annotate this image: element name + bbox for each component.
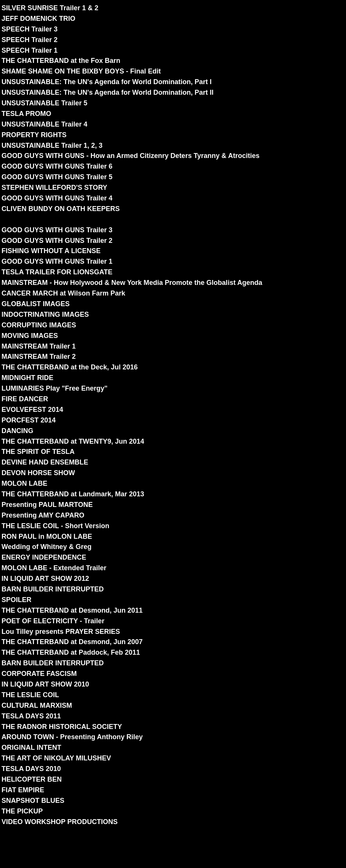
list-item[interactable]: THE CHATTERBAND at Landmark, Mar 2013 xyxy=(2,489,346,500)
list-item[interactable]: CANCER MARCH at Wilson Farm Park xyxy=(2,288,346,299)
list-spacer[interactable] xyxy=(2,214,346,225)
list-item[interactable]: THE CHATTERBAND at Desmond, Jun 2007 xyxy=(2,637,346,647)
list-item[interactable]: BARN BUILDER INTERRUPTED xyxy=(2,584,346,595)
list-item[interactable]: UNSUSTAINABLE Trailer 5 xyxy=(2,98,346,109)
list-item[interactable]: GOOD GUYS WITH GUNS Trailer 5 xyxy=(2,172,346,183)
list-item[interactable]: BARN BUILDER INTERRUPTED xyxy=(2,658,346,669)
list-item[interactable]: THE CHATTERBAND at TWENTY9, Jun 2014 xyxy=(2,436,346,447)
list-item[interactable]: THE PICKUP xyxy=(2,806,346,817)
list-item[interactable]: POET OF ELECTRICITY - Trailer xyxy=(2,616,346,627)
list-item[interactable]: Presenting PAUL MARTONE xyxy=(2,500,346,510)
list-item[interactable]: AROUND TOWN - Presenting Anthony Riley xyxy=(2,732,346,743)
list-item[interactable]: JEFF DOMENICK TRIO xyxy=(2,14,346,24)
list-item[interactable]: THE RADNOR HISTORICAL SOCIETY xyxy=(2,722,346,732)
list-item[interactable]: DEVON HORSE SHOW xyxy=(2,468,346,479)
list-item[interactable]: MAINSTREAM Trailer 1 xyxy=(2,341,346,352)
list-item[interactable]: TESLA PROMO xyxy=(2,109,346,119)
list-item[interactable]: ORIGINAL INTENT xyxy=(2,743,346,753)
list-item[interactable]: SPEECH Trailer 2 xyxy=(2,35,346,45)
list-item[interactable]: ENERGY INDEPENDENCE xyxy=(2,552,346,563)
video-list: SILVER SUNRISE Trailer 1 & 2JEFF DOMENIC… xyxy=(2,3,346,827)
list-item[interactable]: SILVER SUNRISE Trailer 1 & 2 xyxy=(2,3,346,14)
list-item[interactable]: UNSUSTAINABLE Trailer 1, 2, 3 xyxy=(2,141,346,151)
list-item[interactable]: CORPORATE FASCISM xyxy=(2,669,346,679)
list-item[interactable]: FISHING WITHOUT A LICENSE xyxy=(2,246,346,256)
list-item[interactable]: STEPHEN WILLEFORD'S STORY xyxy=(2,183,346,193)
list-item[interactable]: TESLA DAYS 2011 xyxy=(2,711,346,722)
list-item[interactable]: MOLON LABE - Extended Trailer xyxy=(2,563,346,574)
list-item[interactable]: TESLA TRAILER FOR LIONSGATE xyxy=(2,267,346,278)
list-item[interactable]: LUMINARIES Play "Free Energy" xyxy=(2,383,346,394)
list-item[interactable]: MIDNIGHT RIDE xyxy=(2,373,346,383)
list-item[interactable]: GOOD GUYS WITH GUNS - How an Armed Citiz… xyxy=(2,151,346,161)
list-item[interactable]: MOVING IMAGES xyxy=(2,331,346,341)
list-item[interactable]: VIDEO WORKSHOP PRODUCTIONS xyxy=(2,817,346,827)
list-item[interactable]: PROPERTY RIGHTS xyxy=(2,130,346,141)
list-item[interactable]: DEVINE HAND ENSEMBLE xyxy=(2,457,346,468)
list-item[interactable]: Wedding of Whitney & Greg xyxy=(2,542,346,552)
list-item[interactable]: CLIVEN BUNDY ON OATH KEEPERS xyxy=(2,204,346,214)
list-item[interactable]: FIRE DANCER xyxy=(2,394,346,405)
list-item[interactable]: PORCFEST 2014 xyxy=(2,415,346,426)
list-item[interactable]: MAINSTREAM - How Holywood & New York Med… xyxy=(2,278,346,288)
list-item[interactable]: THE CHATTERBAND at the Deck, Jul 2016 xyxy=(2,362,346,373)
list-item[interactable]: THE LESLIE COIL xyxy=(2,690,346,701)
list-item[interactable]: EVOLVEFEST 2014 xyxy=(2,405,346,415)
list-item[interactable]: THE CHATTERBAND at the Fox Barn xyxy=(2,56,346,66)
list-item[interactable]: Lou Tilley presents PRAYER SERIES xyxy=(2,627,346,637)
list-item[interactable]: CORRUPTING IMAGES xyxy=(2,320,346,331)
list-item[interactable]: IN LIQUID ART SHOW 2012 xyxy=(2,574,346,584)
list-item[interactable]: SPEECH Trailer 1 xyxy=(2,45,346,56)
list-item[interactable]: MOLON LABE xyxy=(2,479,346,489)
list-item[interactable]: RON PAUL in MOLON LABE xyxy=(2,532,346,542)
list-item[interactable]: GOOD GUYS WITH GUNS Trailer 1 xyxy=(2,256,346,267)
list-item[interactable]: MAINSTREAM Trailer 2 xyxy=(2,352,346,362)
list-item[interactable]: SPOILER xyxy=(2,595,346,605)
list-item[interactable]: GLOBALIST IMAGES xyxy=(2,299,346,310)
list-item[interactable]: TESLA DAYS 2010 xyxy=(2,764,346,774)
list-item[interactable]: UNSUSTAINABLE: The UN's Agenda for World… xyxy=(2,88,346,98)
list-item[interactable]: IN LIQUID ART SHOW 2010 xyxy=(2,679,346,690)
list-item[interactable]: THE ART OF NIKOLAY MILUSHEV xyxy=(2,753,346,764)
list-item[interactable]: GOOD GUYS WITH GUNS Trailer 2 xyxy=(2,236,346,246)
list-item[interactable]: THE SPIRIT OF TESLA xyxy=(2,447,346,457)
list-item[interactable]: DANCING xyxy=(2,426,346,436)
list-item[interactable]: THE CHATTERBAND at Paddock, Feb 2011 xyxy=(2,647,346,658)
list-item[interactable]: GOOD GUYS WITH GUNS Trailer 6 xyxy=(2,161,346,172)
list-item[interactable]: UNSUSTAINABLE: The UN's Agenda for World… xyxy=(2,77,346,88)
list-item[interactable]: SNAPSHOT BLUES xyxy=(2,796,346,806)
list-item[interactable]: GOOD GUYS WITH GUNS Trailer 3 xyxy=(2,225,346,236)
list-item[interactable]: GOOD GUYS WITH GUNS Trailer 4 xyxy=(2,193,346,204)
list-item[interactable]: SPEECH Trailer 3 xyxy=(2,24,346,35)
list-item[interactable]: SHAME SHAME ON THE BIXBY BOYS - Final Ed… xyxy=(2,66,346,77)
list-item[interactable]: HELICOPTER BEN xyxy=(2,774,346,785)
list-item[interactable]: UNSUSTAINABLE Trailer 4 xyxy=(2,119,346,130)
list-item[interactable]: CULTURAL MARXISM xyxy=(2,701,346,711)
list-item[interactable]: INDOCTRINATING IMAGES xyxy=(2,310,346,320)
list-item[interactable]: THE LESLIE COIL - Short Version xyxy=(2,521,346,532)
list-item[interactable]: FIAT EMPIRE xyxy=(2,785,346,796)
list-item[interactable]: THE CHATTERBAND at Desmond, Jun 2011 xyxy=(2,605,346,616)
list-item[interactable]: Presenting AMY CAPARO xyxy=(2,510,346,521)
